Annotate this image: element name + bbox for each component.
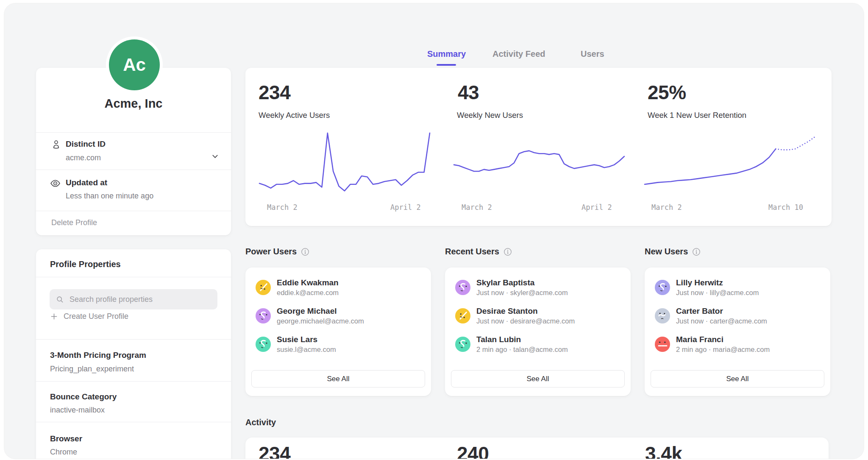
distinct-id-label: Distinct ID xyxy=(66,139,106,149)
user-row[interactable]: Maria Franci 2 min ago · maria@acme.com xyxy=(655,333,824,356)
profile-page: Ac Acme, Inc Distinct ID acme.com xyxy=(0,0,868,460)
divider xyxy=(36,211,231,211)
chevron-down-icon[interactable] xyxy=(210,151,220,162)
new-users-header: New Users xyxy=(645,247,701,256)
user-name: George Michael xyxy=(277,307,364,316)
divider xyxy=(36,132,231,133)
user-row[interactable]: Desirae Stanton Just now · desirare@acme… xyxy=(455,304,625,327)
user-row[interactable]: George Michael george.michael@acme.com xyxy=(256,304,425,327)
stat-retention-label: Week 1 New User Retention xyxy=(648,111,746,120)
profile-properties-search[interactable] xyxy=(50,289,217,309)
company-avatar-ring: Ac xyxy=(106,36,163,93)
tab-summary[interactable]: Summary xyxy=(427,49,466,59)
user-name: Eddie Kwakman xyxy=(277,278,339,287)
power-users-header: Power Users xyxy=(245,247,309,256)
tab-users[interactable]: Users xyxy=(581,49,604,59)
user-row[interactable]: Carter Bator Just now · carter@acme.com xyxy=(655,304,824,327)
property-value: Chrome xyxy=(50,448,77,457)
user-avatar xyxy=(455,308,470,323)
user-detail: Just now · carter@acme.com xyxy=(676,317,767,325)
divider xyxy=(36,339,231,340)
property-value: inactive-mailbox xyxy=(50,406,105,415)
company-avatar: Ac xyxy=(109,39,160,90)
recent-users-header: Recent Users xyxy=(445,247,512,256)
user-detail: 2 min ago · maria@acme.com xyxy=(676,346,770,354)
stat-weekly-new-users-label: Weekly New Users xyxy=(457,111,523,120)
x-tick: March 10 xyxy=(768,203,803,212)
app-frame: Ac Acme, Inc Distinct ID acme.com xyxy=(4,3,864,459)
activity-stat-value: 3.4k xyxy=(645,444,682,459)
user-detail: Just now · desirare@acme.com xyxy=(476,317,575,325)
recent-users-card: Skylar Baptista Just now · skyler@acme.c… xyxy=(445,268,631,396)
x-tick: March 2 xyxy=(651,203,682,212)
weekly-active-users-sparkline xyxy=(258,127,431,197)
user-detail: eddie.k@acme.com xyxy=(277,289,339,297)
divider xyxy=(36,277,231,277)
user-row[interactable]: Talan Lubin 2 min ago · talan@acme.com xyxy=(455,333,625,356)
new-users-card: Lilly Herwitz Just now · lilly@acme.com … xyxy=(645,268,830,396)
distinct-id-value: acme.com xyxy=(66,153,101,162)
power-users-card: Eddie Kwakman eddie.k@acme.com George Mi… xyxy=(245,268,431,396)
plus-icon xyxy=(50,312,58,321)
info-icon[interactable] xyxy=(504,248,512,256)
user-row[interactable]: Eddie Kwakman eddie.k@acme.com xyxy=(256,276,425,299)
user-row[interactable]: Susie Lars susie.l@acme.com xyxy=(256,333,425,356)
retention-sparkline xyxy=(643,127,817,197)
user-detail: Just now · lilly@acme.com xyxy=(676,289,759,297)
create-user-profile-button[interactable]: Create User Profile xyxy=(50,312,128,321)
search-input[interactable] xyxy=(69,295,198,304)
divider xyxy=(36,381,231,382)
info-icon[interactable] xyxy=(301,248,309,256)
activity-title: Activity xyxy=(245,418,276,427)
user-row[interactable]: Skylar Baptista Just now · skyler@acme.c… xyxy=(455,276,625,299)
company-avatar-initials: Ac xyxy=(123,55,146,75)
user-avatar xyxy=(455,337,470,352)
x-tick: March 2 xyxy=(267,203,298,212)
user-avatar xyxy=(256,308,271,323)
property-label: Browser xyxy=(50,434,82,443)
stat-weekly-active-users-label: Weekly Active Users xyxy=(259,111,330,120)
user-avatar xyxy=(655,337,670,352)
x-tick: April 2 xyxy=(581,203,612,212)
user-avatar xyxy=(455,280,470,295)
profile-properties-title: Profile Properties xyxy=(50,259,121,269)
user-detail: susie.l@acme.com xyxy=(277,346,336,354)
see-all-button[interactable]: See All xyxy=(651,370,824,388)
property-value: Pricing_plan_experiment xyxy=(50,365,134,374)
company-name: Acme, Inc xyxy=(36,97,231,111)
delete-profile-button[interactable]: Delete Profile xyxy=(51,218,97,227)
user-detail: 2 min ago · talan@acme.com xyxy=(476,346,568,354)
divider xyxy=(36,422,231,422)
stat-weekly-active-users-value: 234 xyxy=(259,83,290,102)
user-avatar xyxy=(256,337,271,352)
user-name: Lilly Herwitz xyxy=(676,278,759,287)
info-icon[interactable] xyxy=(692,248,701,256)
section-title: New Users xyxy=(645,247,688,256)
profile-properties-card: Profile Properties xyxy=(36,249,231,459)
eye-icon xyxy=(50,178,61,189)
section-title: Recent Users xyxy=(445,247,499,256)
property-label: 3-Month Pricing Program xyxy=(50,351,146,360)
user-detail: Just now · skyler@acme.com xyxy=(476,289,568,297)
user-name: Susie Lars xyxy=(277,335,336,344)
tab-activity-feed[interactable]: Activity Feed xyxy=(492,49,545,59)
activity-card: 234 240 3.4k xyxy=(245,438,829,459)
user-row[interactable]: Lilly Herwitz Just now · lilly@acme.com xyxy=(655,276,824,299)
stat-weekly-new-users-value: 43 xyxy=(458,83,479,102)
active-tab-underline xyxy=(437,64,456,66)
activity-stat-value: 240 xyxy=(457,444,489,459)
create-user-profile-label: Create User Profile xyxy=(64,312,128,321)
section-title: Power Users xyxy=(245,247,297,256)
updated-at-label: Updated at xyxy=(66,178,107,187)
activity-stat-value: 234 xyxy=(259,444,290,459)
user-avatar xyxy=(655,308,670,323)
user-avatar xyxy=(655,280,670,295)
property-label: Bounce Category xyxy=(50,392,117,401)
divider xyxy=(36,170,231,170)
see-all-button[interactable]: See All xyxy=(451,370,625,388)
search-icon xyxy=(56,295,64,304)
updated-at-value: Less than one minute ago xyxy=(66,192,153,201)
stat-retention-value: 25% xyxy=(648,83,686,102)
see-all-button[interactable]: See All xyxy=(251,370,425,388)
user-name: Skylar Baptista xyxy=(476,278,568,287)
